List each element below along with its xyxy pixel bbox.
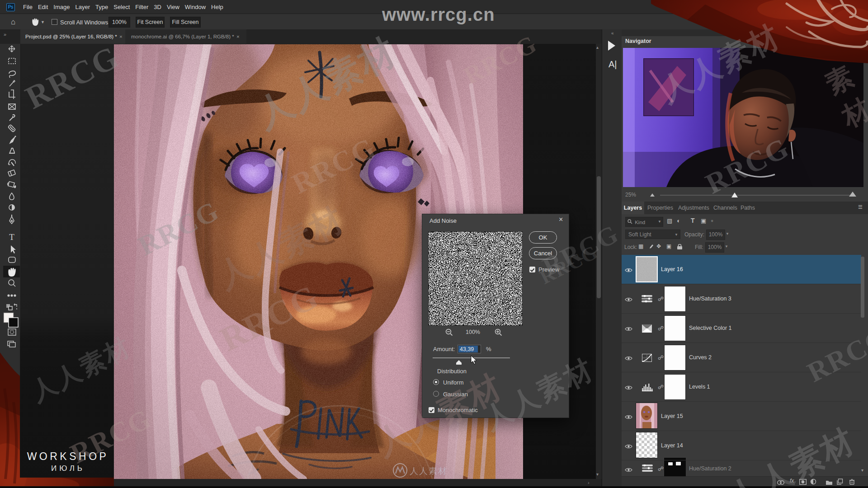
svg-text:T: T: [9, 232, 14, 242]
